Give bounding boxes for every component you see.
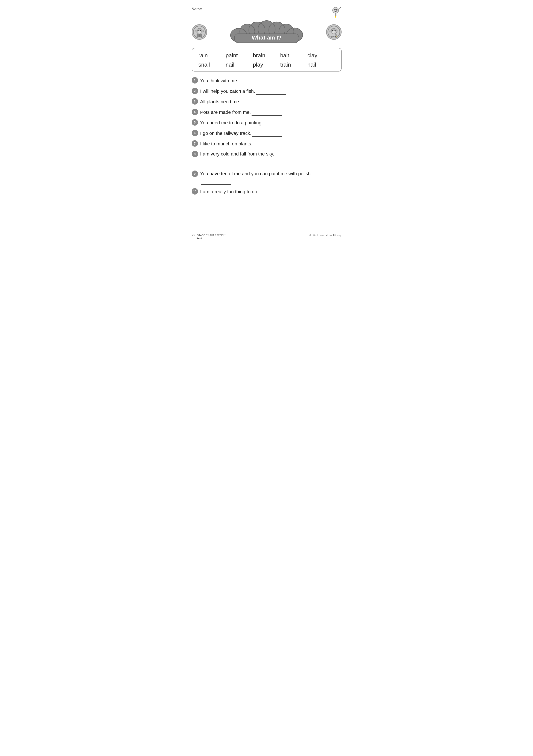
q-number-4: 4 — [192, 109, 198, 115]
q-text-1: You think with me. — [200, 77, 342, 84]
write-badge-label: Write — [331, 36, 336, 38]
question-8: 8 I am very cold and fall from the sky. — [192, 150, 342, 165]
q-number-8: 8 — [192, 151, 198, 157]
word-train: train — [280, 61, 307, 69]
word-bait: bait — [280, 51, 307, 60]
question-1: 1 You think with me. — [192, 77, 342, 84]
svg-rect-3 — [335, 13, 336, 16]
svg-point-40 — [332, 30, 333, 31]
header: Name — [192, 6, 342, 18]
question-10: 10 I am a really fun thing to do. — [192, 188, 342, 195]
read-badge: Read — [192, 24, 207, 40]
svg-point-13 — [200, 30, 201, 31]
question-9: 9 You have ten of me and you can paint m… — [192, 170, 342, 185]
word-box: rain paint brain bait clay snail nail pl… — [192, 48, 342, 71]
question-2: 2 I will help you catch a fish. — [192, 87, 342, 95]
q-number-9: 9 — [192, 171, 198, 177]
copyright: © Little Learners Love Literacy — [309, 234, 341, 236]
footer-left: 22 STAGE 7 UNIT 1 WEEK 1 — [192, 233, 227, 237]
q-text-8: I am very cold and fall from the sky. — [200, 150, 342, 165]
q-number-6: 6 — [192, 130, 198, 136]
answer-line-5[interactable] — [264, 119, 294, 126]
q-text-4: Pots are made from me. — [200, 108, 342, 116]
word-nail: nail — [226, 61, 253, 69]
answer-line-10[interactable] — [259, 188, 289, 195]
svg-point-1 — [334, 9, 336, 11]
word-snail: snail — [199, 61, 226, 69]
write-badge: Write — [326, 24, 342, 40]
q-number-10: 10 — [192, 188, 198, 195]
q-text-10: I am a really fun thing to do. — [200, 188, 342, 195]
q-number-5: 5 — [192, 119, 198, 126]
read-badge-label: Read — [197, 237, 202, 240]
cloud-svg: What am I? — [226, 20, 307, 43]
questions-list: 1 You think with me. 2 I will help you c… — [192, 77, 342, 198]
svg-point-0 — [333, 7, 339, 13]
svg-point-15 — [202, 30, 204, 32]
word-play: play — [253, 61, 280, 69]
footer: 22 STAGE 7 UNIT 1 WEEK 1 © Little Learne… — [192, 232, 342, 237]
question-3: 3 All plants need me. — [192, 98, 342, 105]
svg-marker-4 — [335, 16, 336, 18]
answer-line-8[interactable] — [200, 158, 230, 165]
word-rain: rain — [199, 51, 226, 60]
q-text-2: I will help you catch a fish. — [200, 87, 342, 95]
q-text-7: I like to munch on plants. — [200, 140, 342, 147]
cloud-container: What am I? — [209, 20, 324, 44]
word-paint: paint — [226, 51, 253, 60]
answer-line-2[interactable] — [256, 87, 286, 95]
answer-line-7[interactable] — [253, 140, 283, 147]
word-clay: clay — [307, 51, 335, 60]
q-text-9: You have ten of me and you can paint me … — [200, 170, 342, 185]
svg-point-41 — [335, 30, 335, 31]
word-hail: hail — [307, 61, 335, 69]
q-number-2: 2 — [192, 88, 198, 94]
answer-line-1[interactable] — [239, 77, 269, 84]
cloud-title: What am I? — [252, 34, 281, 41]
question-6: 6 I go on the railway track. — [192, 129, 342, 137]
q-text-5: You need me to do a painting. — [200, 119, 342, 126]
word-brain: brain — [253, 51, 280, 60]
question-7: 7 I like to munch on plants. — [192, 140, 342, 147]
stage-info: STAGE 7 UNIT 1 WEEK 1 — [197, 234, 227, 236]
answer-line-6[interactable] — [252, 129, 282, 137]
title-section: Read — [192, 20, 342, 44]
answer-line-3[interactable] — [241, 98, 271, 105]
q-text-3: All plants need me. — [200, 98, 342, 105]
q-number-1: 1 — [192, 77, 198, 84]
svg-point-42 — [329, 30, 332, 32]
question-4: 4 Pots are made from me. — [192, 108, 342, 116]
svg-point-43 — [336, 30, 338, 32]
question-5: 5 You need me to do a painting. — [192, 119, 342, 126]
name-label: Name — [192, 6, 202, 12]
svg-point-14 — [195, 30, 197, 32]
q-text-6: I go on the railway track. — [200, 129, 342, 137]
page-number: 22 — [192, 233, 195, 237]
answer-line-9[interactable] — [201, 177, 231, 185]
svg-point-12 — [198, 30, 198, 31]
q-number-3: 3 — [192, 98, 198, 105]
answer-line-4[interactable] — [252, 108, 282, 116]
q-number-7: 7 — [192, 140, 198, 147]
pencil-icon — [330, 6, 342, 18]
